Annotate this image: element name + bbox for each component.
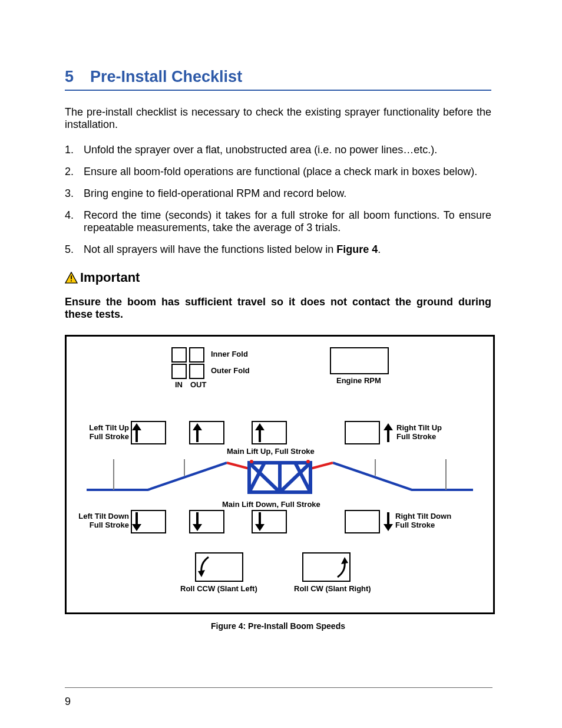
- important-body: Ensure the boom has sufficient travel so…: [65, 296, 491, 321]
- label-left-tilt-up: Left Tilt Up Full Stroke: [82, 424, 129, 442]
- figure-pre-install-boom-speeds: Inner Fold Outer Fold IN OUT Engine RPM …: [65, 335, 495, 614]
- list-item: 1. Unfold the sprayer over a flat, unobs…: [65, 144, 491, 156]
- intro-paragraph: The pre-install checklist is necessary t…: [65, 106, 491, 131]
- svg-line-10: [249, 463, 280, 492]
- svg-line-11: [280, 463, 310, 492]
- warning-icon: [65, 272, 78, 284]
- section-number: 5: [65, 68, 74, 86]
- boom-diagram: [78, 457, 481, 498]
- label-out: OUT: [190, 381, 206, 390]
- arrow-up-icon: [384, 423, 393, 442]
- list-item: 4. Record the time (seconds) it takes fo…: [65, 209, 491, 234]
- item-text: Record the time (seconds) it takes for a…: [84, 209, 491, 234]
- label-roll-ccw: Roll CCW (Slant Left): [180, 585, 257, 594]
- arrow-up-icon: [255, 423, 265, 442]
- input-right-tilt-down[interactable]: [345, 510, 380, 533]
- svg-marker-18: [341, 557, 348, 564]
- important-heading: Important: [65, 270, 491, 285]
- svg-point-16: [306, 460, 310, 463]
- arrow-up-icon: [193, 423, 202, 442]
- arrow-down-icon: [255, 512, 265, 531]
- item-number: 2.: [65, 166, 77, 178]
- item-number: 1.: [65, 144, 77, 156]
- list-item: 5. Not all sprayers will have the functi…: [65, 243, 491, 256]
- section-heading: 5 Pre-Install Checklist: [65, 68, 491, 91]
- label-left-tilt-down: Left Tilt Down Full Stroke: [75, 512, 129, 530]
- figure-caption: Figure 4: Pre-Install Boom Speeds: [65, 621, 491, 631]
- checklist: 1. Unfold the sprayer over a flat, unobs…: [65, 144, 491, 256]
- item-text: Unfold the sprayer over a flat, unobstru…: [84, 144, 491, 156]
- section-title: Pre-Install Checklist: [90, 68, 242, 86]
- arrow-down-icon: [132, 512, 141, 531]
- label-right-tilt-up: Right Tilt Up Full Stroke: [396, 424, 442, 442]
- checkbox-in-outer-fold[interactable]: [171, 364, 187, 379]
- svg-marker-17: [198, 570, 205, 577]
- list-item: 2. Ensure all boom-fold operations are f…: [65, 166, 491, 178]
- arrow-down-icon: [384, 512, 393, 531]
- label-outer-fold: Outer Fold: [211, 367, 250, 375]
- page-number: 9: [65, 696, 71, 708]
- label-roll-cw: Roll CW (Slant Right): [294, 585, 371, 594]
- arrow-down-icon: [193, 512, 202, 531]
- label-right-tilt-down: Right Tilt Down Full Stroke: [395, 512, 451, 530]
- label-main-lift-up: Main Lift Up, Full Stroke: [227, 447, 315, 456]
- footer-rule: [65, 687, 492, 688]
- item-number: 4.: [65, 209, 77, 234]
- input-right-tilt-up[interactable]: [345, 421, 380, 444]
- label-inner-fold: Inner Fold: [211, 350, 248, 359]
- svg-rect-2: [71, 281, 72, 282]
- item-text: Ensure all boom-fold operations are func…: [84, 166, 491, 178]
- list-item: 3. Bring engine to field-operational RPM…: [65, 187, 491, 200]
- label-engine-rpm: Engine RPM: [336, 377, 381, 386]
- arrow-up-icon: [132, 423, 141, 442]
- input-engine-rpm[interactable]: [330, 347, 389, 374]
- svg-point-15: [250, 460, 253, 463]
- svg-rect-1: [71, 275, 72, 279]
- item-text: Not all sprayers will have the functions…: [84, 243, 491, 256]
- item-number: 5.: [65, 243, 77, 256]
- svg-line-7: [227, 463, 249, 469]
- label-main-lift-down: Main Lift Down, Full Stroke: [222, 500, 320, 509]
- arrow-cw-icon: [335, 556, 348, 578]
- important-label: Important: [80, 270, 140, 285]
- checkbox-in-inner-fold[interactable]: [171, 347, 187, 363]
- arrow-ccw-icon: [198, 556, 211, 578]
- checkbox-out-outer-fold[interactable]: [189, 364, 204, 379]
- item-text: Bring engine to field-operational RPM an…: [84, 187, 491, 200]
- svg-line-8: [310, 463, 333, 469]
- item-number: 3.: [65, 187, 77, 200]
- label-in: IN: [175, 381, 183, 390]
- checkbox-out-inner-fold[interactable]: [189, 347, 204, 363]
